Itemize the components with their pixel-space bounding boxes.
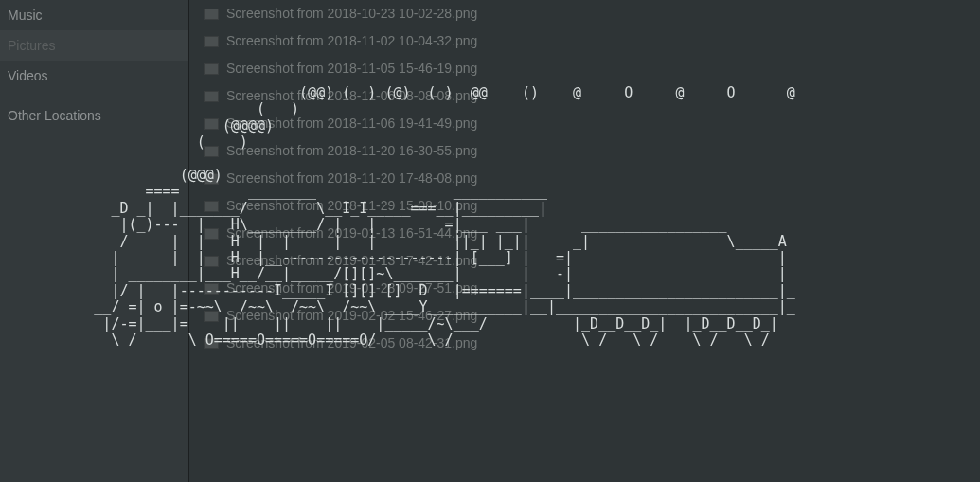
file-row[interactable]: Screenshot from 2019-01-13 16-51-44.png (190, 220, 980, 247)
file-row[interactable]: Screenshot from 2018-11-02 10-04-32.png (190, 27, 980, 55)
file-name: Screenshot from 2018-11-20 16-30-55.png (226, 137, 477, 165)
image-file-icon (204, 283, 219, 295)
file-name: Screenshot from 2018-11-06 19-41-49.png (226, 110, 477, 137)
file-row[interactable]: Screenshot from 2018-11-20 16-30-55.png (190, 137, 980, 165)
image-file-icon (204, 91, 219, 102)
file-name: Screenshot from 2018-11-29 15-08-10.png (226, 192, 477, 220)
image-file-icon (204, 256, 219, 267)
file-name: Screenshot from 2019-01-28 09-27-51.png (226, 275, 477, 302)
file-row[interactable]: Screenshot from 2018-11-29 15-08-10.png (190, 192, 980, 220)
image-file-icon (204, 63, 219, 75)
image-file-icon (204, 36, 219, 47)
file-name: Screenshot from 2018-11-05 15-46-19.png (226, 55, 477, 82)
sidebar-item-pictures[interactable]: Pictures (0, 30, 188, 61)
image-file-icon (204, 173, 219, 185)
sidebar-item-other-locations[interactable]: Other Locations (0, 100, 188, 131)
file-row[interactable]: Screenshot from 2019-02-02 15-46-27.png (190, 302, 980, 330)
file-row[interactable]: Screenshot from 2018-10-23 10-02-28.png (190, 0, 980, 27)
file-name: Screenshot from 2019-02-05 08-42-31.png (226, 330, 477, 357)
file-row[interactable]: Screenshot from 2019-01-13 17-42-11.png (190, 247, 980, 275)
file-row[interactable]: Screenshot from 2019-02-05 08-42-31.png (190, 330, 980, 357)
file-row[interactable]: Screenshot from 2018-11-06 19-41-49.png (190, 110, 980, 137)
file-name: Screenshot from 2018-11-06 08-08-08.png (226, 82, 477, 110)
file-name: Screenshot from 2018-11-02 10-04-32.png (226, 27, 477, 55)
image-file-icon (204, 9, 219, 20)
image-file-icon (204, 118, 219, 130)
image-file-icon (204, 311, 219, 322)
file-row[interactable]: Screenshot from 2018-11-20 17-48-08.png (190, 165, 980, 192)
sidebar-item-music[interactable]: Music (0, 0, 188, 30)
file-name: Screenshot from 2019-01-13 17-42-11.png (226, 247, 477, 275)
file-list-pane: Screenshot from 2018-10-23 10-02-28.png … (190, 0, 980, 482)
file-name: Screenshot from 2018-10-23 10-02-28.png (226, 0, 477, 27)
sidebar: Music Pictures Videos Other Locations (0, 0, 189, 482)
image-file-icon (204, 338, 219, 349)
file-row[interactable]: Screenshot from 2018-11-05 15-46-19.png (190, 55, 980, 82)
file-name: Screenshot from 2018-11-20 17-48-08.png (226, 165, 477, 192)
file-row[interactable]: Screenshot from 2019-01-28 09-27-51.png (190, 275, 980, 302)
image-file-icon (204, 146, 219, 157)
image-file-icon (204, 228, 219, 240)
file-row[interactable]: Screenshot from 2018-11-06 08-08-08.png (190, 82, 980, 110)
image-file-icon (204, 201, 219, 212)
file-name: Screenshot from 2019-01-13 16-51-44.png (226, 220, 477, 247)
file-name: Screenshot from 2019-02-02 15-46-27.png (226, 302, 477, 330)
sidebar-item-videos[interactable]: Videos (0, 61, 188, 91)
